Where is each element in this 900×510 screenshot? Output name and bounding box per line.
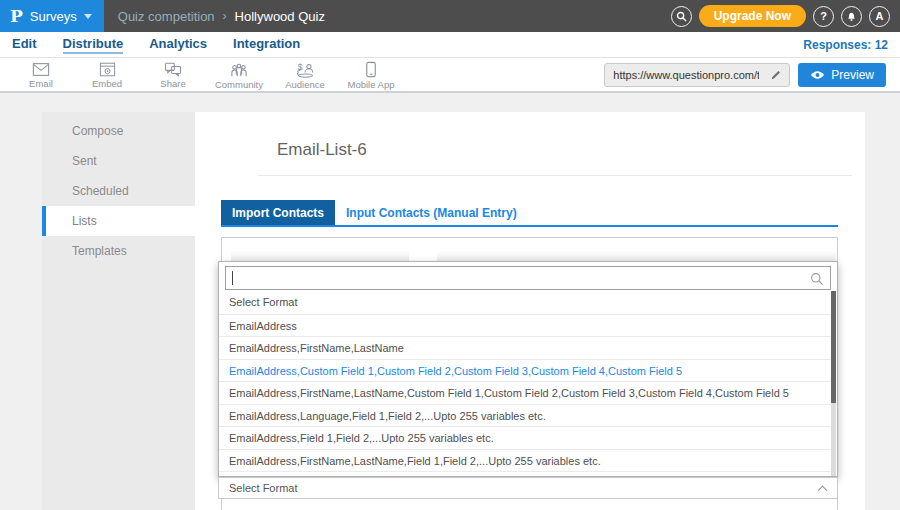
tab-edit[interactable]: Edit <box>12 36 37 54</box>
toolbar-right: Preview <box>604 63 900 87</box>
breadcrumb-current: Hollywood Quiz <box>235 9 325 24</box>
survey-url-group <box>604 63 790 87</box>
tab-integration[interactable]: Integration <box>233 36 300 54</box>
mobile-app-icon <box>365 61 377 78</box>
toolbar-item-label: Email <box>29 78 53 89</box>
lists-card: Compose Sent Scheduled Lists Templates E… <box>42 112 865 510</box>
format-option[interactable]: Select Format <box>219 291 831 314</box>
question-mark-icon: ? <box>820 10 827 22</box>
tab-import-contacts[interactable]: Import Contacts <box>221 200 335 225</box>
chevron-up-icon <box>818 486 828 496</box>
format-dropdown-list: Select Format EmailAddress EmailAddress,… <box>218 261 838 477</box>
avatar-letter: A <box>876 10 884 22</box>
search-icon <box>809 271 825 287</box>
toolbar-item-community[interactable]: Community <box>206 60 272 90</box>
dropdown-search-box <box>225 266 831 290</box>
edit-url-button[interactable] <box>763 64 789 86</box>
page-body: Compose Sent Scheduled Lists Templates E… <box>0 93 900 510</box>
breadcrumb: Quiz competition › Hollywood Quiz <box>118 9 325 24</box>
toolbar-item-email[interactable]: Email <box>8 60 74 89</box>
select-format-trigger[interactable]: Select Format <box>218 477 838 499</box>
format-option[interactable]: EmailAddress,FirstName,LastName,Custom F… <box>219 381 831 404</box>
page-title: Email-List-6 <box>277 140 367 160</box>
upgrade-now-button[interactable]: Upgrade Now <box>699 5 806 27</box>
questionpro-logo-icon: P <box>10 6 23 26</box>
email-icon <box>32 62 50 77</box>
sidebar-item-scheduled[interactable]: Scheduled <box>42 176 195 206</box>
sidebar-item-sent[interactable]: Sent <box>42 146 195 176</box>
surveys-menu-button[interactable]: P Surveys <box>0 0 104 32</box>
help-button[interactable]: ? <box>813 6 834 27</box>
format-option[interactable]: EmailAddress,Field 1,Field 2,...Upto 255… <box>219 426 831 449</box>
format-option[interactable]: EmailAddress,FirstName,LastName,Field 1,… <box>219 449 831 472</box>
chevron-down-icon <box>84 14 92 19</box>
survey-url-input[interactable] <box>605 69 763 81</box>
search-icon <box>676 11 687 22</box>
survey-nav-bar: Edit Distribute Analytics Integration Re… <box>0 32 900 58</box>
dropdown-options: Select Format EmailAddress EmailAddress,… <box>219 291 831 476</box>
responses-count[interactable]: Responses: 12 <box>803 38 888 52</box>
dropdown-search-input[interactable] <box>226 267 830 289</box>
search-button[interactable] <box>671 6 692 27</box>
toolbar-item-share[interactable]: Share <box>140 60 206 89</box>
embed-icon <box>99 62 116 77</box>
eye-icon <box>810 70 825 80</box>
lists-content: Email-List-6 Import Contacts Input Conta… <box>195 112 865 510</box>
scrollbar-thumb[interactable] <box>831 291 836 403</box>
pencil-icon <box>770 69 782 81</box>
toolbar-item-label: Embed <box>92 78 122 89</box>
distribute-toolbar: Email Embed Share Community $ Audience M… <box>0 58 900 93</box>
preview-label: Preview <box>831 68 874 82</box>
dropdown-scrollbar[interactable] <box>831 291 836 476</box>
tab-distribute[interactable]: Distribute <box>63 36 124 54</box>
format-option-highlighted[interactable]: EmailAddress,Custom Field 1,Custom Field… <box>219 359 831 382</box>
bell-icon <box>846 11 857 22</box>
audience-icon: $ <box>296 62 315 78</box>
community-icon <box>230 62 248 78</box>
toolbar-item-mobile-app[interactable]: Mobile App <box>338 59 404 90</box>
tab-analytics[interactable]: Analytics <box>149 36 207 54</box>
toolbar-item-label: Audience <box>285 79 325 90</box>
product-label: Surveys <box>30 9 77 24</box>
title-divider <box>258 175 852 176</box>
survey-nav-tabs: Edit Distribute Analytics Integration <box>12 36 300 54</box>
toolbar-item-label: Community <box>215 79 263 90</box>
toolbar-item-audience[interactable]: $ Audience <box>272 60 338 90</box>
tab-input-contacts-manual-entry[interactable]: Input Contacts (Manual Entry) <box>335 200 528 225</box>
toolbar-item-embed[interactable]: Embed <box>74 60 140 89</box>
format-option[interactable]: EmailAddress,FirstName,LastName <box>219 336 831 359</box>
format-option[interactable]: EmailAddress <box>219 314 831 337</box>
sidebar-item-templates[interactable]: Templates <box>42 236 195 266</box>
share-icon <box>164 62 182 77</box>
text-cursor <box>232 271 233 285</box>
topbar-actions: Upgrade Now ? A <box>671 5 900 27</box>
toolbar-item-label: Mobile App <box>347 79 394 90</box>
breadcrumb-parent[interactable]: Quiz competition <box>118 9 215 24</box>
notifications-button[interactable] <box>841 6 862 27</box>
distribute-sidebar: Compose Sent Scheduled Lists Templates <box>42 112 195 510</box>
breadcrumb-separator-icon: › <box>223 9 227 23</box>
select-format-value: Select Format <box>229 482 297 494</box>
top-app-bar: P Surveys Quiz competition › Hollywood Q… <box>0 0 900 32</box>
avatar[interactable]: A <box>869 6 890 27</box>
toolbar-item-label: Share <box>160 78 185 89</box>
format-option[interactable]: EmailAddress,FirstName,LastName,Password… <box>219 471 831 476</box>
preview-button[interactable]: Preview <box>798 63 886 87</box>
sidebar-item-compose[interactable]: Compose <box>42 116 195 146</box>
format-option[interactable]: EmailAddress,Language,Field 1,Field 2,..… <box>219 404 831 427</box>
sidebar-item-lists[interactable]: Lists <box>42 206 195 236</box>
contacts-tabs: Import Contacts Input Contacts (Manual E… <box>221 200 838 227</box>
